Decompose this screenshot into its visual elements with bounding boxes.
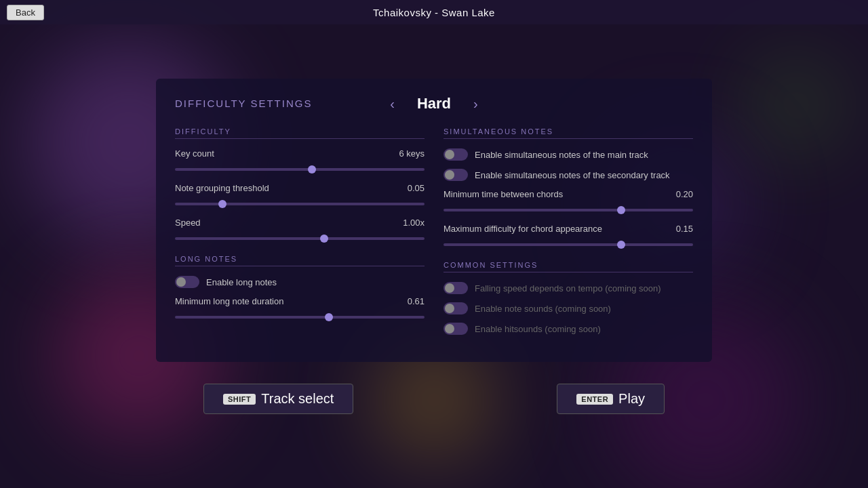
speed-slider[interactable]: [175, 237, 425, 240]
play-button[interactable]: ENTER Play: [557, 384, 665, 414]
settings-columns: DIFFICULTY Key count 6 keys Note groupin…: [175, 127, 693, 343]
min-long-duration-slider[interactable]: [175, 316, 425, 319]
falling-speed-toggle[interactable]: [443, 282, 468, 294]
enable-secondary-track-row: Enable simultaneous notes of the seconda…: [443, 169, 693, 181]
track-select-label: Track select: [261, 391, 334, 407]
min-long-duration-value: 0.61: [408, 296, 425, 306]
long-notes-section-title: LONG NOTES: [175, 255, 425, 266]
hitsounds-toggle[interactable]: [443, 323, 468, 335]
speed-row: Speed 1.00x: [175, 218, 425, 243]
play-key-badge: ENTER: [576, 394, 613, 405]
difficulty-settings-panel: DIFFICULTY SETTINGS ‹ Hard › DIFFICULTY …: [156, 79, 712, 362]
left-column: DIFFICULTY Key count 6 keys Note groupin…: [175, 127, 425, 343]
key-count-slider[interactable]: [175, 168, 425, 171]
difficulty-prev-button[interactable]: ‹: [387, 96, 397, 112]
max-difficulty-chord-value: 0.15: [676, 224, 693, 234]
note-sounds-label: Enable note sounds (coming soon): [475, 304, 611, 314]
note-sounds-row: Enable note sounds (coming soon): [443, 302, 693, 314]
max-difficulty-chord-label: Maximum difficulty for chord appearance: [443, 224, 602, 234]
note-grouping-row: Note grouping threshold 0.05: [175, 183, 425, 208]
bottom-bar: SHIFT Track select ENTER Play: [0, 384, 868, 414]
track-select-key-badge: SHIFT: [223, 394, 256, 405]
note-sounds-toggle[interactable]: [443, 302, 468, 314]
speed-label: Speed: [175, 218, 201, 228]
enable-secondary-track-toggle[interactable]: [443, 169, 468, 181]
enable-main-track-toggle[interactable]: [443, 148, 468, 161]
key-count-label: Key count: [175, 148, 214, 159]
back-button[interactable]: Back: [7, 5, 44, 20]
common-section-title: COMMON SETTINGS: [443, 261, 693, 272]
topbar: Back Tchaikovsky - Swan Lake: [0, 0, 868, 24]
difficulty-label: Hard: [407, 95, 461, 113]
speed-value: 1.00x: [403, 218, 425, 228]
enable-long-notes-row: Enable long notes: [175, 276, 425, 288]
enable-long-notes-label: Enable long notes: [206, 277, 277, 287]
key-count-row: Key count 6 keys: [175, 148, 425, 174]
enable-main-track-label: Enable simultaneous notes of the main tr…: [475, 150, 648, 160]
play-label: Play: [618, 391, 645, 407]
panel-header: DIFFICULTY SETTINGS ‹ Hard ›: [175, 95, 693, 113]
enable-main-track-row: Enable simultaneous notes of the main tr…: [443, 148, 693, 161]
max-difficulty-chord-row: Maximum difficulty for chord appearance …: [443, 224, 693, 249]
simultaneous-section-title: SIMULTANEOUS NOTES: [443, 127, 693, 139]
track-select-button[interactable]: SHIFT Track select: [203, 384, 353, 414]
note-grouping-slider[interactable]: [175, 203, 425, 205]
note-grouping-value: 0.05: [408, 183, 425, 193]
min-long-duration-label: Minimum long note duration: [175, 296, 283, 306]
min-long-duration-row: Minimum long note duration 0.61: [175, 296, 425, 321]
min-time-chords-label: Minimum time between chords: [443, 189, 563, 199]
min-time-chords-row: Minimum time between chords 0.20: [443, 189, 693, 214]
falling-speed-label: Falling speed depends on tempo (coming s…: [475, 283, 661, 293]
panel-section-title: DIFFICULTY SETTINGS: [175, 98, 312, 109]
enable-long-notes-toggle[interactable]: [175, 276, 199, 288]
difficulty-next-button[interactable]: ›: [471, 96, 481, 112]
key-count-value: 6 keys: [399, 148, 425, 159]
hitsounds-label: Enable hitsounds (coming soon): [475, 324, 601, 334]
enable-secondary-track-label: Enable simultaneous notes of the seconda…: [475, 170, 670, 180]
falling-speed-row: Falling speed depends on tempo (coming s…: [443, 282, 693, 294]
note-grouping-label: Note grouping threshold: [175, 183, 269, 193]
min-time-chords-slider[interactable]: [443, 209, 693, 211]
difficulty-nav: ‹ Hard ›: [387, 95, 480, 113]
hitsounds-row: Enable hitsounds (coming soon): [443, 323, 693, 335]
window-title: Tchaikovsky - Swan Lake: [373, 7, 495, 18]
difficulty-section-title: DIFFICULTY: [175, 127, 425, 139]
right-column: SIMULTANEOUS NOTES Enable simultaneous n…: [443, 127, 693, 343]
min-time-chords-value: 0.20: [676, 189, 693, 199]
max-difficulty-chord-slider[interactable]: [443, 243, 693, 246]
